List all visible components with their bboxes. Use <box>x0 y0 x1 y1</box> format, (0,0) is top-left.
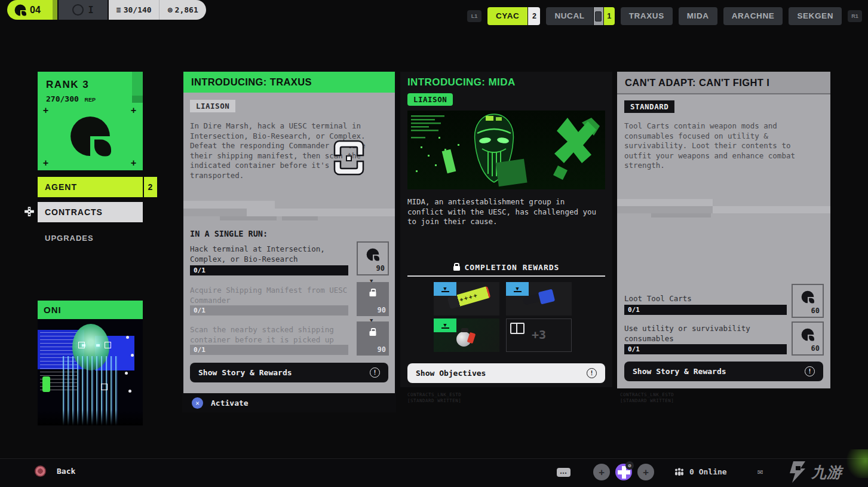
nine-game-icon <box>787 460 808 484</box>
redacted-bar <box>282 216 318 220</box>
progress-label: 0/1 <box>194 307 206 314</box>
reward-box-locked: 90 <box>357 282 389 316</box>
tray-icon: ▼ <box>441 286 449 292</box>
faction-tab-cyac[interactable]: CYAC 2 <box>487 7 540 25</box>
sidebar-item-upgrades[interactable]: UPGRADES <box>38 228 143 248</box>
coin-icon: ⊚ <box>168 5 173 14</box>
redacted-bar <box>651 213 711 218</box>
tray-icon: ▼ <box>514 286 522 292</box>
activate-bar[interactable]: ✕ Activate <box>183 394 395 411</box>
progress-bar: 0/1 <box>190 345 348 355</box>
rank-card: RANK 3 270/300 REP + + + + <box>38 72 143 170</box>
oni-portrait <box>38 319 143 425</box>
mida-portrait <box>407 111 605 189</box>
reward-value: 60 <box>811 307 820 315</box>
corner-plus-icon: + <box>43 160 48 166</box>
party-avatar[interactable]: ⊘ <box>615 464 632 480</box>
reward-tile[interactable]: ▼ <box>434 318 499 352</box>
claim-badge: ▼ <box>506 282 529 296</box>
activate-label: Activate <box>211 399 249 408</box>
squad-badge: 04 <box>7 0 57 20</box>
reward-overflow-count: +3 <box>507 327 571 342</box>
party-slot-add[interactable]: + <box>593 464 610 480</box>
shoulder-right-hint: R1 <box>848 10 862 22</box>
rep-suffix: REP <box>84 97 96 103</box>
rank-strip <box>132 72 143 103</box>
edge-glow <box>844 449 868 478</box>
corner-plus-icon: + <box>131 160 136 166</box>
mail-icon[interactable]: ✉ <box>757 466 763 477</box>
reward-tile[interactable]: ++++ ▼ <box>434 282 499 316</box>
shoulder-left-hint: L1 <box>467 10 481 22</box>
redacted-bar <box>617 206 713 213</box>
arc-logo-icon <box>801 290 814 304</box>
agent-count-badge: 2 <box>144 177 157 197</box>
party-slot-add[interactable]: + <box>637 464 654 480</box>
debug-code: CONTRACTS_LNK_ESTD[STANDARD WRITTEN] <box>620 392 674 404</box>
currency-stat: ⊚ 2,861 <box>160 0 206 20</box>
back-button[interactable]: Back <box>35 465 75 477</box>
chat-icon[interactable]: ▪▪▪ <box>557 468 571 477</box>
rewards-divider <box>407 275 605 277</box>
faction-tab-sekgen[interactable]: SEKGEN <box>789 7 842 25</box>
reward-value: 90 <box>376 264 385 272</box>
watermark-text: 九游 <box>811 463 842 482</box>
progress-label: 0/1 <box>628 345 640 353</box>
circle-outline-icon <box>72 4 84 16</box>
bottom-bar: Back ▪▪▪ + ⊘ + 0 Online ✉ 九游 <box>0 458 868 487</box>
arc-logo-icon <box>14 4 26 16</box>
dpad-icon <box>24 206 35 217</box>
card-title: CAN'T ADAPT: CAN'T FIGHT I <box>617 72 830 94</box>
card-tag: LIAISON <box>407 93 453 106</box>
faction-tab-mida[interactable]: MIDA <box>679 7 717 25</box>
faction-tab-traxus[interactable]: TRAXUS <box>621 7 673 25</box>
badge-edge <box>53 0 57 20</box>
progress-bar: 0/1 <box>624 305 787 315</box>
reward-box: 60 <box>792 284 824 318</box>
oni-panel-header: ONI <box>38 301 143 319</box>
faction-tab-arachne[interactable]: ARACHNE <box>723 7 783 25</box>
reward-value: 90 <box>378 345 386 354</box>
objective-text: Scan the nearby stacked shipping contain… <box>190 324 352 345</box>
faction-tab-nucal[interactable]: NUCAL 1 <box>546 7 614 25</box>
back-label: Back <box>57 467 75 476</box>
reward-tile[interactable]: ▼ <box>506 282 572 316</box>
info-icon: ! <box>805 366 815 376</box>
corner-plus-icon: + <box>131 108 136 114</box>
oni-label: ONI <box>44 305 62 315</box>
mode-indicator: I <box>59 0 108 20</box>
circle-button-icon <box>35 465 46 477</box>
sidebar-item-contracts[interactable]: CONTRACTS <box>38 202 143 222</box>
show-story-button[interactable]: Show Story & Rewards ! <box>190 363 388 382</box>
rank-title: RANK 3 <box>46 79 89 91</box>
claim-badge: ▼ <box>434 318 456 332</box>
corner-plus-icon: + <box>43 108 48 114</box>
device-icon <box>594 7 603 25</box>
reward-overflow-tile[interactable]: +3 <box>506 318 572 352</box>
objective-text: Loot Tool Carts <box>624 293 789 304</box>
sidebar-item-agent[interactable]: AGENT <box>38 177 143 197</box>
stats-pill: ≡ 30/140 ⊚ 2,861 <box>109 0 206 20</box>
card-title: INTRODUCING: TRAXUS <box>183 72 395 93</box>
progress-label: 0/1 <box>628 306 640 314</box>
info-icon: ! <box>587 368 597 378</box>
progress-label: 0/1 <box>194 346 206 354</box>
reward-value: 60 <box>811 344 820 353</box>
objective-text: Acquire Shipping Manifest from UESC Comm… <box>190 285 352 305</box>
arc-logo-icon <box>69 115 111 157</box>
progress-bar: 0/1 <box>624 344 787 354</box>
card-tag: STANDARD <box>624 100 674 113</box>
progress-label: 0/1 <box>194 267 206 274</box>
card-tag: LIAISON <box>190 100 235 112</box>
lock-icon <box>370 331 376 336</box>
contracts-screen: 04 I ≡ 30/140 ⊚ 2,861 L1 CYAC 2 NUCAL <box>0 0 868 487</box>
plus-icon: + <box>643 467 649 478</box>
redacted-bar <box>183 209 247 216</box>
reward-value: 90 <box>378 306 386 314</box>
online-status: 0 Online <box>674 467 727 476</box>
card-description: Tool Carts contain weapon mods and consu… <box>624 121 814 171</box>
show-objectives-button[interactable]: Show Objectives ! <box>407 363 605 383</box>
show-story-button[interactable]: Show Story & Rewards ! <box>624 362 823 381</box>
progress-bar: 0/1 <box>190 305 348 316</box>
objective-text: Hack terminal at Intersection, Complex, … <box>190 244 352 264</box>
